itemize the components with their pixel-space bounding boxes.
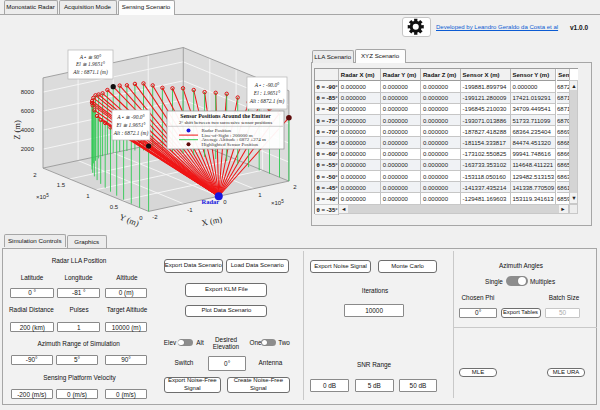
svg-text:Alt : 6872.1 (m): Alt : 6872.1 (m) <box>113 130 149 137</box>
svg-text:2° shift between two successiv: 2° shift between two successive sensor p… <box>179 120 272 125</box>
svg-text:2000: 2000 <box>21 146 35 152</box>
svg-text:A⋆ ≅ 90°: A⋆ ≅ 90° <box>79 54 102 60</box>
svg-text:Radar: Radar <box>202 198 220 205</box>
svg-text:Sensor Positions Around the Em: Sensor Positions Around the Emitter <box>180 113 271 119</box>
svg-text:6000: 6000 <box>21 108 35 114</box>
svg-text:8000: 8000 <box>21 89 35 95</box>
svg-text:-1: -1 <box>187 207 193 213</box>
svg-text:Alt : 6872.1 (m): Alt : 6872.1 (m) <box>249 98 285 105</box>
svg-text:Highlighted Sensor Position: Highlighted Sensor Position <box>202 142 259 147</box>
svg-text:0.5: 0.5 <box>110 204 119 210</box>
svg-text:El ≅ 1.9651°: El ≅ 1.9651° <box>75 61 106 67</box>
svg-text:Z (m): Z (m) <box>12 120 22 140</box>
svg-text:A⋆ : -90.0°: A⋆ : -90.0° <box>254 82 280 88</box>
svg-text:El ≅ 1.9651°: El ≅ 1.9651° <box>116 122 147 128</box>
svg-text:A⋆ ≅ -90.0°: A⋆ ≅ -90.0° <box>116 114 145 120</box>
svg-text:El : 1.9651°: El : 1.9651° <box>253 90 281 96</box>
svg-text:4000: 4000 <box>21 127 35 133</box>
svg-text:-2: -2 <box>152 214 158 220</box>
svg-text:Alt : 6871.1 (m): Alt : 6871.1 (m) <box>72 69 108 76</box>
svg-text:1.5: 1.5 <box>57 182 66 188</box>
